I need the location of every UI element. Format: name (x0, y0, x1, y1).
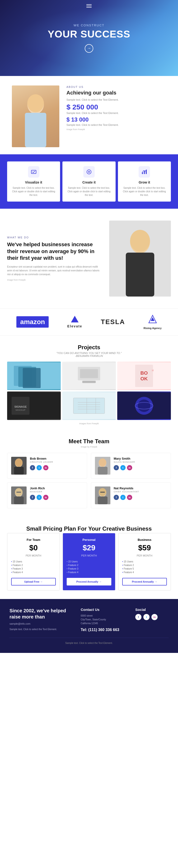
instagram-icon-bob[interactable]: in (43, 465, 49, 470)
pricing-feature-business-2: Feature 2 (122, 563, 167, 567)
svg-rect-5 (142, 172, 143, 174)
team-card-jonh: Jonh Rich MANAGER f t in (7, 483, 87, 508)
svg-point-46 (15, 459, 23, 467)
footer-email[interactable]: sample@info.com (9, 622, 76, 625)
instagram-icon-mary[interactable]: in (127, 465, 132, 470)
create-icon (83, 166, 95, 178)
team-info-jonh: Jonh Rich MANAGER f t in (30, 487, 83, 500)
feature-title-grow: Grow it (121, 180, 167, 184)
svg-rect-10 (126, 253, 154, 297)
facebook-icon-jonh[interactable]: f (30, 495, 35, 500)
whatwedo-title: We've helped businesses increase their r… (7, 241, 102, 261)
pricing-card-personal: Personal $29 PER MONTH 15 Users Feature … (63, 533, 115, 590)
facebook-icon-nat[interactable]: f (114, 495, 119, 500)
footer-facebook-icon[interactable]: f (135, 614, 142, 620)
team-card-nat: Nat Reynolds CHIEF ACCOUNTANT f t in (91, 483, 171, 508)
pricing-period-business: PER MONTH (122, 554, 167, 557)
team-name-jonh: Jonh Rich (30, 487, 83, 490)
facebook-icon-bob[interactable]: f (30, 465, 35, 470)
facebook-icon-mary[interactable]: f (114, 465, 119, 470)
pricing-feature-team-4: Feature 4 (11, 570, 56, 574)
pricing-feature-team-3: Feature 3 (11, 567, 56, 570)
feature-title-create: Create it (66, 180, 112, 184)
team-role-nat: CHIEF ACCOUNTANT (114, 491, 167, 493)
svg-rect-58 (98, 496, 108, 504)
instagram-icon-nat[interactable]: in (127, 495, 132, 500)
pricing-feature-personal-1: 15 Users (67, 560, 111, 563)
twitter-icon-bob[interactable]: t (36, 465, 42, 470)
footer-instagram-icon[interactable]: in (151, 614, 157, 620)
team-social-mary: f t in (114, 465, 167, 470)
whatwedo-credit: Image from Freepik (7, 279, 102, 281)
about-stat-2: $ 13 000 (66, 116, 166, 123)
twitter-icon-mary[interactable]: t (120, 465, 125, 470)
project-item-3[interactable]: BO OK H (117, 362, 171, 390)
svg-text:SIGNAGE: SIGNAGE (14, 405, 27, 408)
pricing-cta-team[interactable]: Upload Free → (11, 578, 56, 586)
hamburger-menu[interactable] (86, 4, 92, 8)
pricing-card-business: Business $59 PER MONTH 15 Users Feature … (118, 533, 171, 590)
amazon-logo-text: amazon (17, 316, 49, 328)
footer-social-icons: f t in (135, 614, 169, 620)
project-item-5[interactable] (62, 392, 116, 420)
svg-rect-1 (25, 113, 46, 147)
svg-point-11 (130, 230, 150, 252)
pricing-price-personal: $29 (67, 544, 111, 552)
footer-col-social: Social f t in (135, 608, 169, 632)
pricing-feature-personal-3: Feature 3 (67, 567, 111, 570)
pricing-card-team: For Team $0 PER MONTH 15 Users Feature 2… (7, 533, 60, 590)
about-image (12, 86, 59, 147)
svg-text:H: H (152, 369, 153, 372)
grow-icon (139, 166, 150, 178)
twitter-icon-jonh[interactable]: t (36, 495, 42, 500)
team-section: Meet The Team Image by Freepik Bob Brown… (0, 430, 178, 517)
logo-amazon: amazon (17, 316, 49, 328)
team-avatar-jonh (11, 487, 27, 504)
project-item-4[interactable]: SIGNAGE MOCKUP (7, 392, 61, 420)
logo-elevate: Elevate (67, 316, 82, 328)
footer-twitter-icon[interactable]: t (143, 614, 150, 620)
pricing-section: Small Pricing Plan For Your Creative Bus… (0, 517, 178, 599)
hero-section: we construct YOUR SUCCESS → (0, 0, 178, 76)
twitter-icon-nat[interactable]: t (120, 495, 125, 500)
project-item-2[interactable] (62, 362, 116, 390)
team-card-mary: Mary Smith SALES MANAGER f t in (91, 453, 171, 478)
feature-card-grow: Grow it Sample text. Click to select the… (118, 161, 171, 202)
footer: Since 2002, we've helped raise more than… (0, 599, 178, 653)
team-social-nat: f t in (114, 495, 167, 500)
pricing-feature-personal-4: Feature 4 (67, 570, 111, 574)
svg-rect-20 (80, 369, 98, 378)
whatwedo-content: WHAT WE DO We've helped businesses incre… (7, 236, 102, 281)
whatwedo-text: Excepteur sint occaecat cupidatat non pr… (7, 265, 102, 276)
projects-grid: BO OK H SIGNAGE MOCKUP (7, 362, 171, 420)
footer-contact-title: Contact Us (81, 608, 130, 612)
team-info-bob: Bob Brown CREATIVE LEADER f t in (30, 457, 83, 470)
svg-rect-49 (98, 467, 108, 474)
project-item-6[interactable] (117, 392, 171, 420)
svg-rect-21 (82, 381, 96, 383)
logo-tesla: TESLA (101, 318, 125, 326)
footer-col-contact: Contact Us 0000 streetCity/Town, State/C… (81, 608, 130, 632)
pricing-feature-business-3: Feature 5 (122, 567, 167, 570)
project-item-1[interactable] (7, 362, 61, 390)
footer-about-text: Sample text. Click to select the Text El… (9, 627, 76, 631)
whatwedo-label: WHAT WE DO (7, 236, 102, 239)
team-grid: Bob Brown CREATIVE LEADER f t in (7, 453, 171, 508)
pricing-plan-team: For Team (11, 538, 56, 541)
instagram-icon-jonh[interactable]: in (43, 495, 49, 500)
footer-bottom-text: Sample text. Click to select the Text El… (9, 642, 169, 644)
team-name-mary: Mary Smith (114, 457, 167, 460)
team-role-mary: SALES MANAGER (114, 461, 167, 463)
hero-arrow-button[interactable]: → (85, 44, 93, 53)
pricing-cta-personal[interactable]: Proceed Annually → (67, 578, 111, 586)
team-title: Meet The Team (7, 438, 171, 445)
pricing-plan-personal: Personal (67, 538, 111, 541)
pricing-feature-business-1: 15 Users (122, 560, 167, 563)
tesla-logo-text: TESLA (101, 318, 125, 326)
pricing-cta-business[interactable]: Proceed Annually → (122, 578, 167, 586)
team-info-mary: Mary Smith SALES MANAGER f t in (114, 457, 167, 470)
svg-text:MOCKUP: MOCKUP (16, 409, 25, 411)
rising-triangle-icon (148, 314, 157, 325)
svg-rect-32 (73, 398, 105, 413)
pricing-plan-business: Business (122, 538, 167, 541)
